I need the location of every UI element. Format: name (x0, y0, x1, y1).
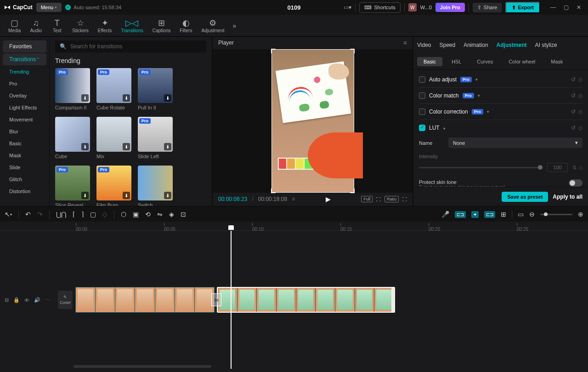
time-ruler[interactable]: 00:0000:0500:1000:1500:2000:25 (0, 222, 588, 231)
user-avatar[interactable]: W (408, 3, 417, 11)
color-match-checkbox[interactable] (419, 92, 425, 99)
sidebar-item-glitch[interactable]: Glitch (3, 174, 46, 185)
minimize-button[interactable]: — (548, 3, 559, 12)
crop-icon[interactable]: ▢ (90, 211, 96, 218)
apply-all-button[interactable]: Apply to all (553, 194, 582, 200)
keyframe-icon[interactable]: ◇ (578, 92, 582, 99)
play-button[interactable]: ▶ (326, 195, 331, 203)
zoom-out-icon[interactable]: ⊖ (529, 211, 535, 218)
reset-icon[interactable]: ↺ (571, 109, 576, 115)
join-pro-button[interactable]: Join Pro (435, 3, 465, 12)
protect-skin-toggle[interactable] (569, 179, 582, 187)
subtab-hsl[interactable]: HSL (445, 57, 468, 66)
maximize-button[interactable]: ▢ (560, 3, 571, 12)
undo-button[interactable]: ↶ (25, 211, 31, 218)
inspector-tab-speed[interactable]: Speed (439, 42, 455, 48)
crop2-icon[interactable]: ⊡ (181, 211, 186, 218)
intensity-slider[interactable] (419, 167, 543, 168)
preview-scale-icon[interactable]: ⛶ (376, 197, 381, 202)
sidebar-item-mask[interactable]: Mask (3, 150, 46, 161)
sidebar-item-distortion[interactable]: Distortion (3, 186, 46, 197)
tool-transitions[interactable]: ▷◁Transitions (116, 17, 148, 34)
redo-button[interactable]: ↷ (37, 211, 43, 218)
chevron-down-icon[interactable]: ▾ (478, 93, 480, 98)
subtab-curves[interactable]: Curves (470, 57, 499, 66)
sidebar-item-movement[interactable]: Movement (3, 114, 46, 125)
sidebar-item-blur[interactable]: Blur (3, 126, 46, 137)
magnet-on-icon[interactable]: ⊏⊐ (455, 211, 466, 218)
chevron-down-icon[interactable]: ▾ (487, 109, 489, 114)
lut-checkbox[interactable] (419, 125, 425, 131)
transition-comparison-ii[interactable]: Pro⬇Comparison II (55, 68, 90, 110)
sidebar-item-trending[interactable]: Trending (3, 66, 46, 77)
link-icon[interactable]: ⊏⊐ (484, 211, 495, 218)
tool-media[interactable]: ▢Media (4, 17, 25, 34)
sidebar-transitions[interactable]: Transitions ⌃ (3, 53, 46, 65)
inspector-tab-video[interactable]: Video (417, 42, 431, 48)
volume-icon[interactable]: ≡ (292, 196, 295, 202)
intensity-value[interactable]: 100 (547, 163, 568, 172)
tool-text[interactable]: TText (46, 17, 68, 34)
transition-slice-reveal[interactable]: Pro⬇Slice Reveal (55, 166, 90, 206)
auto-adjust-checkbox[interactable] (419, 76, 425, 83)
mic-icon[interactable]: 🎤 (441, 211, 449, 218)
download-icon[interactable]: ⬇ (164, 143, 171, 150)
keyframe-icon[interactable]: ◇ (579, 165, 582, 171)
split-icon[interactable]: ⋃⋂ (56, 211, 66, 218)
duplicate-icon[interactable]: ▣ (133, 211, 139, 218)
sidebar-item-basic[interactable]: Basic (3, 138, 46, 149)
clip-2-selected[interactable] (217, 287, 395, 313)
trim-right-icon[interactable]: ⌉ (81, 211, 84, 218)
keyframe-icon[interactable]: ◇ (578, 125, 582, 131)
shortcuts-button[interactable]: ⌨Shortcuts (359, 2, 400, 13)
tool-stickers[interactable]: ☆Stickers (68, 17, 93, 34)
reset-icon[interactable]: ↺ (571, 76, 576, 83)
transition-cube-rotate[interactable]: Pro⬇Cube Rotate (96, 68, 131, 110)
subtab-color-wheel[interactable]: Color wheel (502, 57, 542, 66)
trim-left-icon[interactable]: ⌈ (73, 211, 75, 218)
menu-button[interactable]: Menu▾ (36, 3, 62, 12)
download-icon[interactable]: ⬇ (81, 192, 89, 199)
keyframe-icon[interactable]: ◇ (578, 109, 582, 115)
sidebar-item-slide[interactable]: Slide (3, 162, 46, 173)
track-collapse-icon[interactable]: ⊟ (5, 297, 9, 303)
ratio-button[interactable]: Ratio (384, 196, 399, 202)
sidebar-item-light-effects[interactable]: Light Effects (3, 102, 46, 113)
track-icon[interactable]: ⊞ (501, 211, 506, 218)
transition-pull-in-ii[interactable]: Pro⬇Pull In II (138, 68, 173, 110)
subtab-mask[interactable]: Mask (544, 57, 569, 66)
full-button[interactable]: Full (361, 196, 373, 202)
cover-button[interactable]: ✎ Cover (58, 291, 73, 309)
transition-cube[interactable]: ⬇Cube (55, 117, 90, 159)
user-name[interactable]: W...0 (420, 5, 432, 10)
transition-mix[interactable]: ⬇Mix (96, 117, 131, 159)
layout-icon[interactable]: ▭▾ (344, 4, 351, 11)
color-correction-checkbox[interactable] (419, 109, 425, 115)
export-button[interactable]: ⬆Export (505, 2, 540, 13)
download-icon[interactable]: ⬇ (164, 192, 171, 199)
fullscreen-icon[interactable]: ⛶ (402, 197, 407, 202)
tool-audio[interactable]: ♫Audio (25, 17, 46, 34)
clip-handle-right[interactable] (391, 288, 394, 312)
keyframe-icon[interactable]: ◇ (578, 76, 582, 83)
download-icon[interactable]: ⬇ (81, 143, 89, 150)
snap-icon[interactable]: ✦ (471, 211, 479, 218)
track-mute-icon[interactable]: 🔊 (34, 297, 40, 303)
close-button[interactable]: ✕ (573, 3, 584, 12)
track-more-icon[interactable]: ⋯ (45, 297, 50, 303)
chevron-down-icon[interactable]: ▾ (475, 77, 478, 82)
share-button[interactable]: ⇪Share (473, 3, 502, 12)
stepper-icon[interactable]: ⇅ (572, 165, 577, 171)
rotate-icon[interactable]: ◈ (169, 211, 174, 218)
track-lock-icon[interactable]: 🔒 (13, 297, 20, 303)
lut-name-dropdown[interactable]: None ▾ (448, 137, 582, 148)
chevron-up-icon[interactable]: ▴ (443, 126, 446, 130)
transition-switch[interactable]: ⬇Switch (138, 166, 173, 206)
download-icon[interactable]: ⬇ (164, 94, 171, 102)
tool-captions[interactable]: ⊞Captions (148, 17, 175, 34)
sidebar-item-overlay[interactable]: Overlay (3, 90, 46, 101)
save-preset-button[interactable]: Save as preset (502, 192, 548, 202)
download-icon[interactable]: ⬇ (81, 94, 89, 102)
subtab-basic[interactable]: Basic (417, 57, 442, 66)
inspector-tab-animation[interactable]: Animation (464, 42, 488, 48)
